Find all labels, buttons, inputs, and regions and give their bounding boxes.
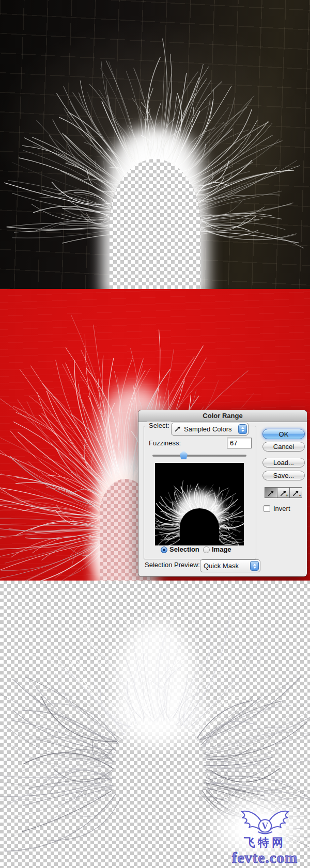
eyedropper-toolbar: + - [265, 487, 302, 498]
dialog-titlebar[interactable]: Color Range [138, 410, 307, 422]
transparency-cutout [110, 159, 200, 289]
color-range-dialog: Color Range Select: Sampled Colors Fuzzi… [138, 410, 307, 576]
image-radio-label: Image [212, 546, 231, 553]
eyedropper-tool-button[interactable] [265, 487, 277, 498]
select-dropdown[interactable]: Sampled Colors [171, 423, 249, 436]
watermark-site-url: fevte.com [220, 849, 310, 866]
fuzziness-slider-track[interactable] [152, 455, 246, 457]
selection-radio[interactable] [161, 546, 167, 553]
mask-preview-image [155, 463, 244, 545]
original-image-panel [0, 0, 310, 289]
selection-preview-dropdown[interactable]: Quick Mask [200, 559, 260, 572]
eyedropper-minus-tool-button[interactable]: - [289, 487, 302, 498]
load-button[interactable]: Load... [262, 458, 305, 468]
invert-label: Invert [273, 505, 290, 513]
invert-checkbox[interactable] [264, 505, 270, 512]
dialog-title: Color Range [203, 412, 242, 420]
eyedropper-plus-tool-button[interactable]: + [277, 487, 290, 498]
minus-icon: - [299, 493, 301, 498]
watermark-site-name: 飞特网 [220, 835, 310, 850]
select-label: Select: [147, 422, 171, 430]
image-radio[interactable] [203, 546, 210, 553]
stepper-icon [250, 561, 259, 571]
ok-button[interactable]: OK [262, 429, 305, 439]
emblem-letter: V [261, 821, 268, 831]
selection-preview-label: Selection Preview: [145, 561, 200, 569]
cancel-button[interactable]: Cancel [262, 442, 305, 452]
result-panel: V 飞特网 fevte.com [0, 581, 310, 868]
save-button[interactable]: Save... [262, 471, 305, 480]
fevte-watermark: V 飞特网 fevte.com [220, 807, 310, 866]
fuzziness-label: Fuzziness: [149, 439, 181, 447]
plus-icon: + [286, 493, 288, 498]
quickmask-panel: Color Range Select: Sampled Colors Fuzzi… [0, 289, 310, 581]
eyedropper-icon [175, 425, 181, 433]
fuzziness-input[interactable] [227, 438, 252, 448]
mask-preview [155, 463, 244, 545]
stepper-icon [238, 424, 247, 434]
fevte-logo-icon: V [231, 807, 299, 837]
selection-radio-label: Selection [169, 546, 199, 553]
